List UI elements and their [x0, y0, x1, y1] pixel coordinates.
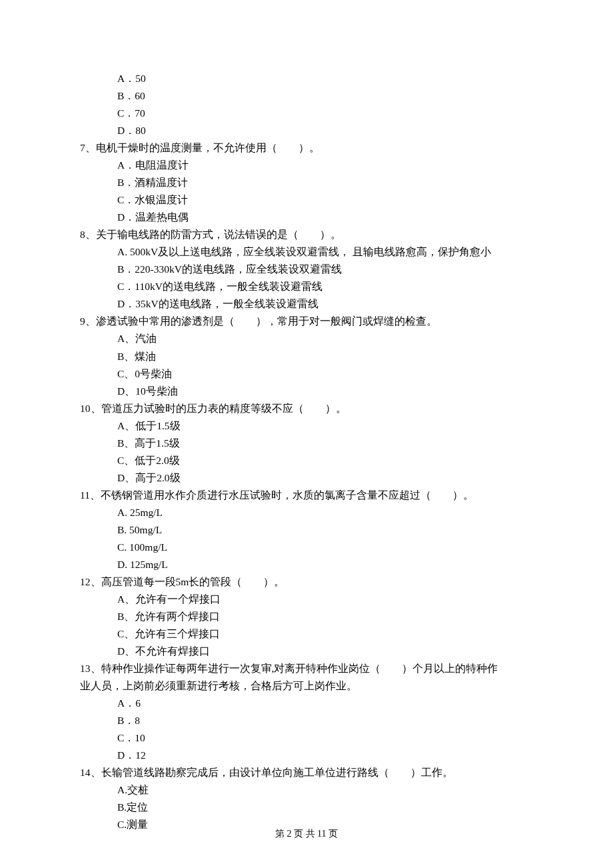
- option-line: D、不允许有焊接口: [80, 643, 533, 660]
- option-line: A、汽油: [80, 330, 533, 347]
- option-line: C．110kV的送电线路，一般全线装设避雷线: [80, 278, 533, 295]
- option-line: C、0号柴油: [80, 365, 533, 383]
- question-line: 9、渗透试验中常用的渗透剂是（ ），常用于对一般阀门或焊缝的检查。: [80, 313, 533, 330]
- option-line: A、允许有一个焊接口: [80, 591, 533, 608]
- option-line: A、低于1.5级: [80, 417, 533, 435]
- option-line: D．35kV的送电线路，一般全线装设避雷线: [80, 295, 533, 313]
- option-line: B、高于1.5级: [80, 435, 533, 452]
- question-line: 11、不锈钢管道用水作介质进行水压试验时，水质的氯离子含量不应超过（ ）。: [80, 487, 533, 504]
- option-line: C. 100mg/L: [80, 539, 533, 556]
- question-line: 13、特种作业操作证每两年进行一次复审,对离开特种作业岗位（ ）个月以上的特种作: [80, 660, 533, 677]
- option-line: B.定位: [80, 799, 533, 816]
- option-line: C、允许有三个焊接口: [80, 625, 533, 643]
- option-line: D、高于2.0级: [80, 469, 533, 487]
- question-line: 10、管道压力试验时的压力表的精度等级不应（ ）。: [80, 400, 533, 417]
- content-body: A．50B．60C．70D．807、电机干燥时的温度测量，不允许使用（ ）。A．…: [80, 70, 533, 833]
- option-line: B．酒精温度计: [80, 174, 533, 191]
- option-line: D．12: [80, 747, 533, 764]
- option-line: A．50: [80, 70, 533, 87]
- option-line: C．10: [80, 729, 533, 747]
- option-line: B．8: [80, 712, 533, 729]
- option-line: B．60: [80, 87, 533, 105]
- option-line: B. 50mg/L: [80, 521, 533, 539]
- option-line: D、10号柴油: [80, 383, 533, 400]
- question-line: 业人员，上岗前必须重新进行考核，合格后方可上岗作业。: [80, 677, 533, 695]
- option-line: C．70: [80, 105, 533, 122]
- page: A．50B．60C．70D．807、电机干燥时的温度测量，不允许使用（ ）。A．…: [0, 0, 613, 868]
- option-line: B．220-330kV的送电线路，应全线装设双避雷线: [80, 261, 533, 278]
- option-line: A．电阻温度计: [80, 157, 533, 174]
- option-line: A. 500kV及以上送电线路，应全线装设双避雷线， 且输电线路愈高，保护角愈小: [80, 243, 533, 261]
- option-line: A. 25mg/L: [80, 504, 533, 521]
- question-line: 8、关于输电线路的防雷方式，说法错误的是（ ）。: [80, 226, 533, 243]
- question-line: 7、电机干燥时的温度测量，不允许使用（ ）。: [80, 139, 533, 157]
- option-line: B、允许有两个焊接口: [80, 608, 533, 625]
- option-line: A．6: [80, 695, 533, 712]
- question-line: 12、高压管道每一段5m长的管段（ ）。: [80, 573, 533, 591]
- page-footer: 第 2 页 共 11 页: [0, 826, 613, 842]
- question-line: 14、长输管道线路勘察完成后，由设计单位向施工单位进行路线（ ）工作。: [80, 764, 533, 781]
- option-line: D. 125mg/L: [80, 556, 533, 573]
- option-line: C．水银温度计: [80, 191, 533, 209]
- option-line: A.交桩: [80, 781, 533, 799]
- option-line: D．80: [80, 122, 533, 139]
- option-line: B、煤油: [80, 348, 533, 365]
- option-line: C、低于2.0级: [80, 452, 533, 469]
- option-line: D．温差热电偶: [80, 209, 533, 226]
